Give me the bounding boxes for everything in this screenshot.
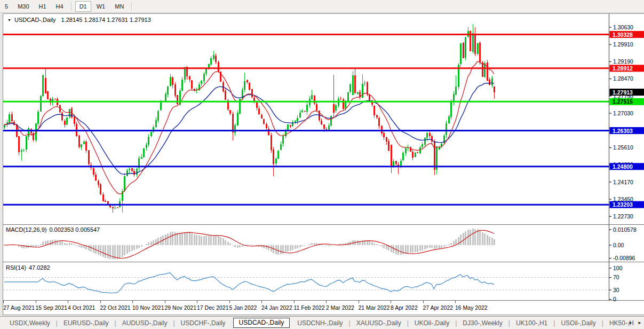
level-badge-label: 1.28912	[613, 65, 633, 72]
tab-scroll-right-icon[interactable]: ►	[638, 320, 642, 325]
timeframe-button-M30[interactable]: M30	[13, 1, 33, 12]
tab-separator: |	[407, 319, 409, 327]
rsi-axis-label: 100	[613, 265, 623, 271]
tab-separator: |	[349, 319, 351, 327]
macd-axis-label: 0.00	[613, 242, 624, 248]
symbol-tabs: USDX,Weekly|EURUSD-,Daily|AUDUSD-,Daily|…	[0, 318, 634, 328]
timeframe-button-MN[interactable]: MN	[110, 1, 128, 12]
date-label: 16 May 2022	[455, 304, 488, 311]
timeframe-button-5[interactable]: 5	[1, 1, 12, 12]
rsi-name: RSI(14)	[6, 264, 26, 271]
tab-usoil-daily[interactable]: USOil-,Daily	[558, 319, 598, 327]
date-label: 15 Sep 2021	[36, 304, 68, 311]
app: { "toolbar": { "timeframe_groups": [["5"…	[0, 0, 644, 329]
date-label: 17 Dec 2021	[197, 304, 229, 311]
tab-usdchf-daily[interactable]: USDCHF-,Daily	[178, 319, 228, 327]
macd-axis-label: -0.00896	[613, 255, 635, 261]
current-price-badge-label: 1.27913	[613, 89, 633, 96]
date-label: 24 Jan 2022	[261, 304, 292, 311]
timeframe-button-D1[interactable]: D1	[75, 1, 91, 12]
date-label: 21 Mar 2022	[359, 304, 390, 311]
tab-separator: |	[455, 319, 457, 327]
timeframe-button-H1[interactable]: H1	[35, 1, 51, 12]
price-tick-label: 1.28470	[613, 75, 633, 82]
tab-usdx-weekly[interactable]: USDX,Weekly	[7, 319, 53, 327]
tab-xauusd-daily[interactable]: XAUUSD-,Daily	[354, 319, 404, 327]
tab-separator: |	[553, 319, 555, 327]
tab-separator: |	[115, 319, 116, 327]
date-label: 27 Aug 2021	[3, 304, 35, 311]
rsi-value: 47.0282	[29, 264, 50, 271]
date-label: 11 Feb 2022	[294, 304, 325, 311]
rsi-axis-label: 30	[613, 287, 619, 293]
chart-ohlc-quote: 1.28145 1.28174 1.27631 1.27913	[61, 17, 151, 23]
tab-uk100-h1[interactable]: UK100-,H1	[513, 319, 550, 327]
level-badge-label: 1.26303	[613, 128, 633, 134]
price-tick-label: 1.24170	[613, 179, 633, 185]
tab-usdcad-daily[interactable]: USDCAD-,Daily	[233, 318, 290, 328]
tab-scroll-left-icon[interactable]: ◄	[627, 320, 632, 325]
price-tick-label: 1.25610	[613, 144, 633, 151]
dropdown-arrow-icon[interactable]: ▼	[7, 18, 11, 22]
tab-dj30-weekly[interactable]: DJ30-,Weekly	[460, 319, 505, 327]
rsi-indicator-label: RSI(14)47.0282	[6, 264, 53, 271]
toolbar-separator	[131, 2, 132, 11]
tab-usdcnh-daily[interactable]: USDCNH-,Daily	[295, 319, 345, 327]
tab-separator: |	[602, 319, 603, 327]
tab-audusd-daily[interactable]: AUDUSD-,Daily	[120, 319, 170, 327]
date-label: 8 Apr 2022	[391, 304, 418, 311]
price-tick-label: 1.27030	[613, 110, 633, 116]
timeframe-button-W1[interactable]: W1	[92, 1, 110, 12]
date-label: 2 Mar 2022	[326, 304, 354, 311]
macd-axis-label: 0.010578	[613, 226, 637, 233]
level-badge-label: 1.24800	[613, 163, 633, 170]
date-label: 22 Oct 2021	[100, 304, 131, 311]
symbol-tab-bar: USDX,Weekly|EURUSD-,Daily|AUDUSD-,Daily|…	[0, 316, 644, 329]
tab-separator: |	[173, 319, 174, 327]
timeframe-toolbar: 5M30H1H4D1W1MN	[0, 0, 644, 13]
price-tick-label: 1.30630	[613, 24, 633, 30]
price-chart[interactable]: 1.306301.299101.291901.284701.277501.270…	[0, 0, 644, 329]
macd-name: MACD(12,26,9)	[6, 226, 46, 233]
date-label: 5 Jan 2022	[229, 304, 257, 311]
toolbar-separator	[71, 2, 72, 11]
tab-eurusd-daily[interactable]: EURUSD-,Daily	[61, 319, 112, 327]
date-label: 4 Oct 2021	[68, 304, 95, 311]
price-tick-label: 1.29910	[613, 41, 633, 48]
level-badge-label: 1.30328	[613, 32, 633, 38]
rsi-axis-label: 70	[613, 274, 619, 280]
tab-ukoil-daily[interactable]: UKOil-,Daily	[412, 319, 452, 327]
macd-values: 0.002353 0.005547	[49, 226, 100, 233]
price-tick-label: 1.22730	[613, 213, 633, 220]
rsi-axis-label: 0	[613, 296, 616, 302]
date-label: 27 Apr 2022	[423, 304, 454, 311]
macd-indicator-label: MACD(12,26,9)0.002353 0.005547	[6, 226, 102, 233]
level-badge-label: 1.23203	[613, 201, 633, 208]
tab-separator: |	[56, 319, 58, 327]
date-label: 10 Nov 2021	[132, 304, 164, 311]
level-badge-label: 1.27515	[613, 98, 633, 105]
chart-title-bar: ▼USDCAD-,Daily1.28145 1.28174 1.27631 1.…	[7, 17, 151, 23]
price-tick-label: 1.29190	[613, 58, 633, 65]
tab-separator: |	[508, 319, 510, 327]
timeframe-button-H4[interactable]: H4	[52, 1, 68, 12]
chart-symbol-title: USDCAD-,Daily	[14, 17, 56, 23]
date-label: 29 Nov 2021	[165, 304, 197, 311]
